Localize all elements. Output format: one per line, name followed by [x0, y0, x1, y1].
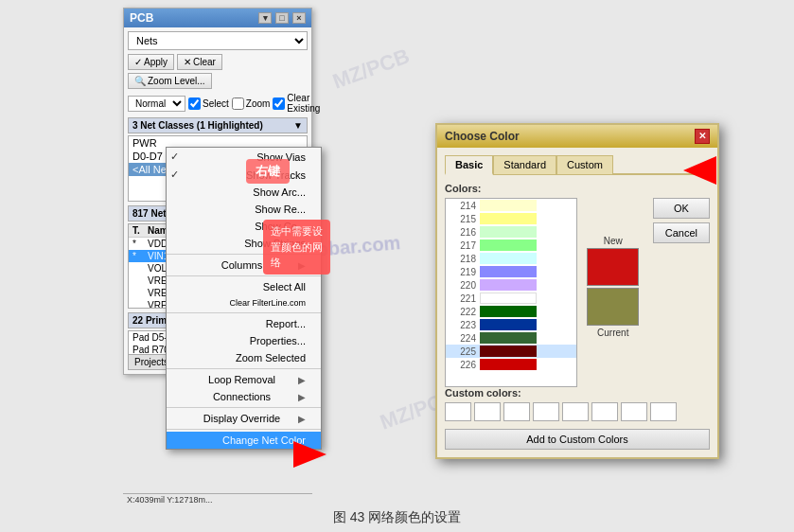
- clear-existing-checkbox-label: Clear Existing: [273, 93, 320, 114]
- color-row-226[interactable]: 226: [446, 358, 576, 371]
- panel-title-buttons: ▾ □ ×: [258, 12, 306, 24]
- ctx-show-tracks[interactable]: ✓Show Tracks: [167, 166, 321, 184]
- color-tab-custom[interactable]: Custom: [556, 155, 613, 175]
- apply-icon: ✓: [134, 57, 142, 67]
- color-swatch-223: [480, 319, 537, 330]
- color-content-area: 214 215 216 217: [445, 198, 710, 387]
- panel-title: PCB: [130, 11, 153, 25]
- new-label: New: [604, 236, 623, 246]
- custom-color-1[interactable]: [445, 402, 471, 421]
- clear-button[interactable]: ✕ Clear: [177, 54, 222, 70]
- ok-button[interactable]: OK: [653, 198, 710, 219]
- zoom-checkbox-label: Zoom: [232, 98, 271, 110]
- custom-color-7[interactable]: [621, 402, 647, 421]
- color-row-221[interactable]: 221: [446, 292, 576, 305]
- color-swatch-217: [480, 239, 537, 251]
- ctx-report[interactable]: Report...: [167, 315, 321, 332]
- context-menu: ✓Show Vias ✓Show Tracks Show Arc... Show…: [166, 147, 322, 450]
- apply-button[interactable]: ✓ Apply: [128, 54, 174, 70]
- zoom-checkbox[interactable]: [232, 98, 244, 110]
- custom-color-4[interactable]: [533, 402, 559, 421]
- color-preview-section: New Current: [585, 198, 642, 387]
- custom-color-3[interactable]: [503, 402, 530, 421]
- nets-dropdown[interactable]: Nets: [128, 31, 308, 50]
- color-row-218[interactable]: 218: [446, 252, 576, 265]
- right-click-label: 右键: [246, 159, 290, 184]
- color-swatch-214: [480, 200, 537, 211]
- color-row-216[interactable]: 216: [446, 225, 576, 239]
- ctx-sep-5: [167, 407, 321, 408]
- watermark-1: MZ/PCB: [329, 44, 413, 94]
- ctx-sep-6: [167, 429, 321, 430]
- color-row-215[interactable]: 215: [446, 212, 576, 225]
- toolbar-row-1: ✓ Apply ✕ Clear 🔍 Zoom Level...: [128, 54, 308, 89]
- ctx-select-all[interactable]: Select All: [167, 278, 321, 295]
- ctx-sep-2: [167, 275, 321, 276]
- color-list[interactable]: 214 215 216 217: [445, 198, 577, 387]
- color-row-225[interactable]: 225: [446, 345, 576, 358]
- color-swatch-226: [480, 359, 537, 370]
- color-swatch-222: [480, 306, 537, 317]
- color-swatch-225: [480, 346, 537, 357]
- color-swatch-220: [480, 279, 537, 291]
- color-tabs: Basic Standard Custom: [445, 155, 710, 175]
- color-row-214[interactable]: 214: [446, 199, 576, 212]
- custom-color-2[interactable]: [474, 402, 501, 421]
- color-swatch-224: [480, 332, 537, 344]
- custom-colors-grid: [445, 402, 710, 421]
- custom-color-5[interactable]: [562, 402, 589, 421]
- new-color-preview: [587, 248, 639, 286]
- ctx-show-re[interactable]: Show Re...: [167, 201, 321, 218]
- color-dialog-titlebar: Choose Color ✕: [437, 125, 717, 148]
- ctx-zoom-selected[interactable]: Zoom Selected: [167, 349, 321, 366]
- custom-color-8[interactable]: [650, 402, 677, 421]
- color-dialog-body: Basic Standard Custom Colors: 214 215: [437, 148, 717, 457]
- select-checkbox-label: Select: [188, 98, 229, 110]
- current-color-preview: [587, 288, 639, 326]
- color-swatch-216: [480, 226, 537, 238]
- color-row-219[interactable]: 219: [446, 265, 576, 278]
- current-label: Current: [597, 328, 628, 338]
- panel-close-btn[interactable]: ×: [292, 12, 306, 24]
- ctx-display-override[interactable]: Display Override ▶: [167, 410, 321, 427]
- cancel-button[interactable]: Cancel: [653, 222, 710, 243]
- color-swatch-218: [480, 253, 537, 264]
- normal-select[interactable]: Normal: [128, 96, 185, 112]
- clear-existing-checkbox[interactable]: [273, 98, 285, 110]
- color-tab-standard[interactable]: Standard: [493, 155, 556, 175]
- color-row-223[interactable]: 223: [446, 318, 576, 331]
- zoom-level-button[interactable]: 🔍 Zoom Level...: [128, 73, 212, 89]
- selection-label: 选中需要设置颜色的网络: [263, 220, 330, 275]
- nets-dropdown-row: Nets: [128, 31, 308, 50]
- color-swatch-221: [480, 293, 537, 304]
- color-row-222[interactable]: 222: [446, 305, 576, 318]
- ctx-change-net-color[interactable]: Change Net Color: [167, 432, 321, 449]
- color-dialog-close-btn[interactable]: ✕: [695, 129, 710, 144]
- status-bar: X:4039mil Y:12718m...: [123, 493, 312, 505]
- toolbar-row-2: Normal Select Zoom Clear Existing: [128, 93, 308, 114]
- color-row-220[interactable]: 220: [446, 278, 576, 292]
- color-swatch-215: [480, 213, 537, 224]
- ctx-connections[interactable]: Connections ▶: [167, 388, 321, 405]
- ctx-loop-removal[interactable]: Loop Removal ▶: [167, 371, 321, 388]
- ctx-properties[interactable]: Properties...: [167, 332, 321, 349]
- select-checkbox[interactable]: [188, 98, 201, 110]
- clear-icon: ✕: [184, 57, 191, 67]
- color-dialog-title: Choose Color: [445, 130, 520, 143]
- caption: 图 43 网络颜色的设置: [0, 509, 794, 526]
- color-row-224[interactable]: 224: [446, 331, 576, 345]
- ctx-show-vias[interactable]: ✓Show Vias: [167, 148, 321, 166]
- main-background: MZ/PCB MZ/PCB MZ/PCB MZ/PCB PCB ▾ □ × Ne…: [0, 0, 794, 532]
- ctx-show-arc[interactable]: Show Arc...: [167, 184, 321, 201]
- panel-pin-btn[interactable]: ▾: [258, 12, 272, 24]
- add-custom-colors-btn[interactable]: Add to Custom Colors: [445, 429, 710, 450]
- custom-color-6[interactable]: [591, 402, 618, 421]
- colors-label: Colors:: [445, 183, 710, 194]
- choose-color-dialog: Choose Color ✕ Basic Standard Custom Col…: [435, 123, 719, 459]
- ctx-sep-3: [167, 312, 321, 313]
- panel-float-btn[interactable]: □: [275, 12, 289, 24]
- color-swatch-219: [480, 266, 537, 277]
- ctx-clear-filter[interactable]: Clear FilterLine.com: [167, 295, 321, 310]
- color-row-217[interactable]: 217: [446, 239, 576, 252]
- color-tab-basic[interactable]: Basic: [445, 155, 493, 175]
